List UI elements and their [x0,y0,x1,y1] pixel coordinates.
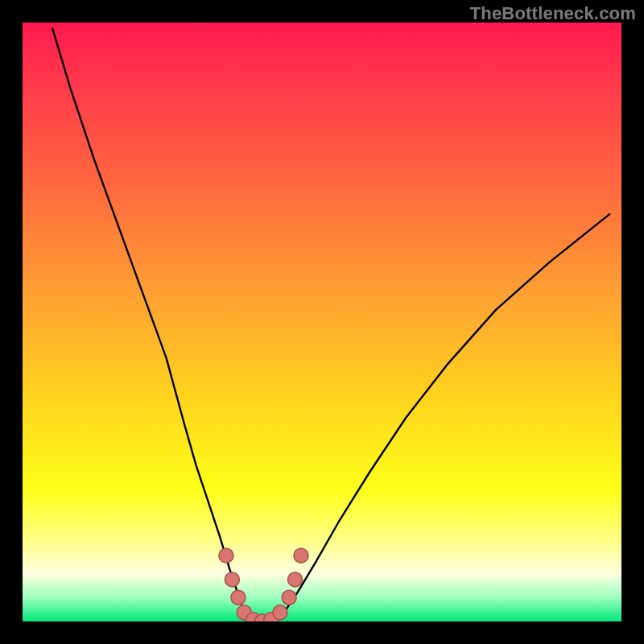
data-marker [288,572,303,587]
chart-stage: TheBottleneck.com [0,0,644,644]
data-marker [294,548,308,563]
watermark-text: TheBottleneck.com [470,3,636,24]
data-marker [225,572,239,587]
data-marker [231,590,246,605]
chart-svg [23,23,621,621]
plot-area [23,23,621,621]
data-marker [219,548,233,563]
marker-layer [219,548,308,621]
data-marker [273,605,287,620]
data-marker [282,590,296,605]
bottleneck-curve [52,28,609,621]
